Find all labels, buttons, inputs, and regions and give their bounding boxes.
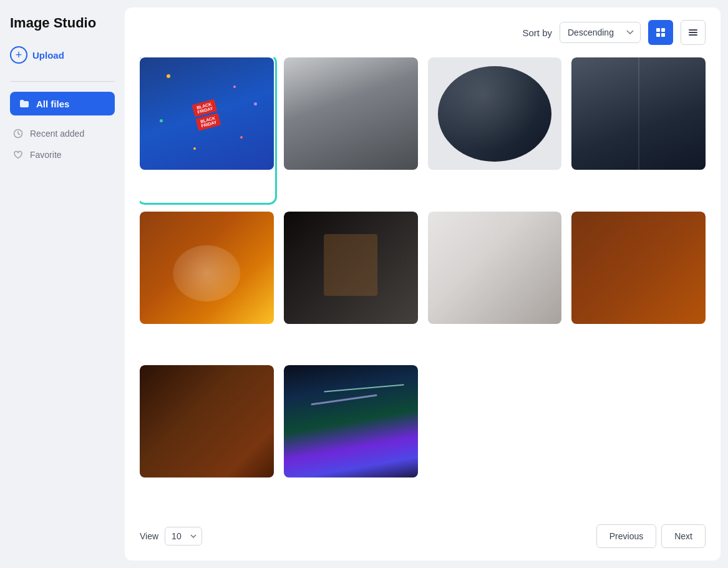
all-files-button[interactable]: All files bbox=[10, 92, 115, 115]
app-container: Image Studio + Upload All files Recent a… bbox=[0, 0, 728, 568]
sort-select[interactable]: Descending Ascending bbox=[560, 22, 641, 43]
image-item-10[interactable] bbox=[284, 365, 418, 509]
upload-label: Upload bbox=[32, 50, 64, 61]
heart-icon bbox=[12, 149, 24, 160]
image-item-5[interactable] bbox=[140, 212, 274, 356]
main-content: Sort by Descending Ascending bbox=[125, 7, 721, 561]
next-button[interactable]: Next bbox=[661, 524, 706, 548]
previous-button[interactable]: Previous bbox=[596, 524, 656, 548]
svg-rect-1 bbox=[656, 28, 660, 32]
image-grid: BLACKFRIDAY BLACKFRIDAY bbox=[140, 57, 706, 509]
svg-rect-2 bbox=[661, 28, 665, 32]
view-label: View bbox=[140, 531, 158, 541]
recent-added-label: Recent added bbox=[30, 129, 84, 139]
image-item-9[interactable] bbox=[140, 365, 274, 509]
image-item-3[interactable] bbox=[428, 57, 562, 202]
image-item-8[interactable] bbox=[571, 212, 706, 356]
plus-icon: + bbox=[10, 46, 27, 64]
image-item-7[interactable] bbox=[428, 212, 562, 356]
upload-button[interactable]: + Upload bbox=[10, 44, 115, 66]
image-item-2[interactable] bbox=[284, 57, 418, 202]
favorite-label: Favorite bbox=[30, 150, 62, 160]
svg-rect-3 bbox=[656, 33, 660, 37]
svg-rect-6 bbox=[689, 32, 697, 33]
grid-view-button[interactable] bbox=[648, 20, 673, 45]
bottom-bar: View 10 20 50 Previous Next bbox=[140, 519, 706, 548]
sidebar-item-recent[interactable]: Recent added bbox=[10, 123, 115, 144]
sort-by-label: Sort by bbox=[522, 27, 552, 38]
sidebar: Image Studio + Upload All files Recent a… bbox=[0, 0, 125, 568]
view-select[interactable]: 10 20 50 bbox=[165, 527, 202, 546]
sidebar-item-favorite[interactable]: Favorite bbox=[10, 144, 115, 165]
image-item-4[interactable] bbox=[571, 57, 706, 202]
app-title: Image Studio bbox=[10, 15, 115, 31]
svg-rect-4 bbox=[661, 33, 665, 37]
svg-rect-7 bbox=[689, 34, 697, 36]
image-item-6[interactable] bbox=[284, 212, 418, 356]
folder-icon bbox=[19, 98, 30, 109]
grid-icon bbox=[655, 27, 666, 38]
view-count: View 10 20 50 bbox=[140, 527, 202, 546]
sidebar-divider bbox=[10, 81, 115, 82]
svg-rect-5 bbox=[689, 29, 697, 31]
all-files-label: All files bbox=[36, 99, 69, 109]
toolbar: Sort by Descending Ascending bbox=[140, 20, 706, 45]
image-item-1[interactable]: BLACKFRIDAY BLACKFRIDAY bbox=[140, 57, 274, 202]
list-icon bbox=[687, 27, 699, 38]
pagination: Previous Next bbox=[596, 524, 706, 548]
clock-icon bbox=[12, 128, 24, 139]
list-view-button[interactable] bbox=[681, 20, 706, 45]
